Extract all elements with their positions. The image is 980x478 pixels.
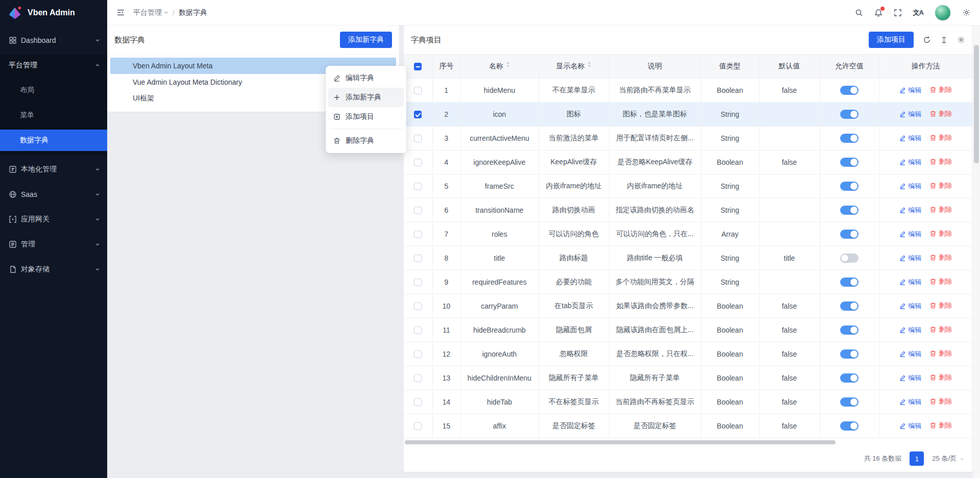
row-checkbox[interactable] — [414, 422, 422, 430]
edit-row-button[interactable]: 编辑 — [899, 254, 921, 263]
allow-null-toggle[interactable] — [840, 421, 859, 431]
edit-row-button[interactable]: 编辑 — [899, 182, 921, 191]
row-checkbox[interactable] — [414, 303, 422, 310]
row-checkbox[interactable] — [414, 87, 422, 94]
delete-row-button[interactable]: 删除 — [929, 109, 952, 118]
edit-row-button[interactable]: 编辑 — [899, 110, 921, 119]
context-menu-item[interactable]: 编辑字典 — [328, 68, 404, 88]
row-checkbox[interactable] — [414, 159, 422, 166]
page-size-select[interactable]: 25 条/页 — [932, 454, 964, 463]
allow-null-toggle[interactable] — [840, 206, 859, 215]
edit-row-button[interactable]: 编辑 — [899, 301, 921, 311]
delete-row-button[interactable]: 删除 — [929, 133, 952, 142]
edit-row-button[interactable]: 编辑 — [899, 230, 921, 239]
row-checkbox[interactable] — [414, 326, 422, 334]
notification-bell-icon[interactable] — [874, 9, 883, 17]
edit-row-button[interactable]: 编辑 — [899, 397, 921, 407]
sidebar-subitem[interactable]: 布局 — [0, 80, 107, 101]
refresh-icon[interactable] — [923, 36, 931, 44]
sidebar-fold-icon[interactable] — [116, 8, 125, 17]
add-item-button[interactable]: 添加项目 — [869, 32, 914, 48]
allow-null-toggle[interactable] — [840, 158, 859, 167]
delete-row-button[interactable]: 删除 — [929, 301, 952, 310]
edit-row-button[interactable]: 编辑 — [899, 158, 921, 167]
row-checkbox[interactable] — [414, 255, 422, 262]
edit-row-button[interactable]: 编辑 — [899, 134, 921, 143]
table-settings-gear-icon[interactable] — [957, 36, 965, 44]
delete-row-button[interactable]: 删除 — [929, 157, 952, 166]
context-menu-item[interactable]: 添加新字典 — [328, 88, 404, 107]
translate-icon[interactable]: 文A — [913, 8, 923, 17]
pencil-icon — [899, 326, 906, 333]
fullscreen-icon[interactable] — [894, 9, 902, 17]
delete-row-button[interactable]: 删除 — [929, 85, 952, 94]
allow-null-toggle[interactable] — [840, 254, 859, 263]
delete-row-button[interactable]: 删除 — [929, 253, 952, 262]
select-all-checkbox[interactable] — [414, 63, 422, 70]
vertical-scrollbar-thumb[interactable] — [974, 45, 979, 163]
delete-row-button[interactable]: 删除 — [929, 181, 952, 190]
row-checkbox[interactable] — [414, 398, 422, 406]
row-checkbox[interactable] — [414, 231, 422, 238]
allow-null-toggle[interactable] — [840, 301, 859, 311]
sidebar-item[interactable]: Saas — [0, 184, 107, 205]
sidebar-item[interactable]: 应用网关 — [0, 209, 107, 230]
edit-row-button[interactable]: 编辑 — [899, 325, 921, 335]
allow-null-toggle[interactable] — [840, 134, 859, 143]
sidebar-item[interactable]: Dashboard — [0, 30, 107, 51]
delete-row-button[interactable]: 删除 — [929, 277, 952, 286]
sidebar-item[interactable]: 平台管理 — [0, 55, 107, 76]
row-checkbox[interactable] — [414, 135, 422, 142]
edit-row-button[interactable]: 编辑 — [899, 278, 921, 287]
edit-row-button[interactable]: 编辑 — [899, 421, 921, 431]
user-avatar[interactable] — [935, 5, 951, 21]
row-checkbox[interactable] — [414, 350, 422, 358]
context-menu-item[interactable]: 删除字典 — [328, 131, 404, 150]
app-logo[interactable]: Vben Admin — [0, 0, 107, 26]
column-height-icon[interactable] — [940, 36, 948, 44]
allow-null-toggle[interactable] — [840, 325, 859, 335]
sidebar-item[interactable]: 对象存储 — [0, 259, 107, 280]
edit-row-button[interactable]: 编辑 — [899, 206, 921, 215]
delete-row-button[interactable]: 删除 — [929, 349, 952, 358]
allow-null-toggle[interactable] — [840, 278, 859, 287]
row-checkbox[interactable] — [414, 183, 422, 190]
allow-null-toggle[interactable] — [840, 373, 859, 383]
search-icon[interactable] — [855, 9, 863, 17]
sort-icon[interactable]: ▲▼ — [587, 63, 592, 70]
row-checkbox[interactable] — [414, 207, 422, 214]
delete-row-button[interactable]: 删除 — [929, 421, 952, 430]
sidebar-item[interactable]: 管理 — [0, 234, 107, 255]
delete-row-button[interactable]: 删除 — [929, 397, 952, 406]
column-header[interactable]: 显示名称▲▼ — [538, 55, 609, 78]
add-dict-button[interactable]: 添加新字典 — [340, 32, 392, 48]
breadcrumb-level1[interactable]: 平台管理 — [133, 8, 168, 17]
row-checkbox[interactable] — [414, 374, 422, 382]
allow-null-toggle[interactable] — [840, 349, 859, 359]
allow-null-toggle[interactable] — [840, 182, 859, 191]
allow-null-toggle[interactable] — [840, 110, 859, 119]
edit-row-button[interactable]: 编辑 — [899, 86, 921, 95]
delete-row-button[interactable]: 删除 — [929, 205, 952, 214]
vertical-scrollbar[interactable] — [972, 26, 980, 478]
delete-row-button[interactable]: 删除 — [929, 325, 952, 334]
page-1-button[interactable]: 1 — [910, 451, 924, 466]
sidebar-item[interactable]: 本地化管理 — [0, 159, 107, 180]
sidebar-subitem[interactable]: 菜单 — [0, 105, 107, 126]
allow-null-toggle[interactable] — [840, 86, 859, 95]
delete-row-button[interactable]: 删除 — [929, 373, 952, 382]
allow-null-toggle[interactable] — [840, 397, 859, 407]
context-menu-item[interactable]: 添加项目 — [328, 107, 404, 127]
column-header[interactable]: 名称▲▼ — [460, 55, 538, 78]
delete-row-button[interactable]: 删除 — [929, 229, 952, 238]
row-checkbox[interactable] — [414, 279, 422, 286]
sort-icon[interactable]: ▲▼ — [506, 63, 510, 70]
edit-row-button[interactable]: 编辑 — [899, 349, 921, 359]
row-checkbox[interactable] — [414, 111, 422, 118]
sidebar-subitem[interactable]: 数据字典 — [0, 130, 107, 151]
allow-null-toggle[interactable] — [840, 230, 859, 239]
horizontal-scrollbar-thumb[interactable] — [405, 440, 836, 444]
horizontal-scrollbar[interactable] — [404, 439, 972, 445]
edit-row-button[interactable]: 编辑 — [899, 373, 921, 383]
settings-gear-icon[interactable] — [962, 8, 971, 17]
